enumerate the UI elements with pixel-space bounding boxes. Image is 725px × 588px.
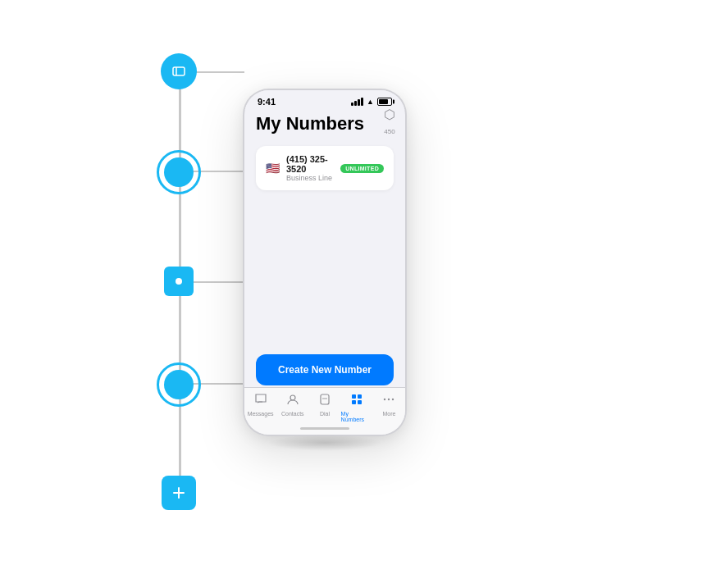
node-circle-2-inner: [164, 157, 194, 187]
svg-rect-4: [321, 394, 329, 404]
node-3: [164, 267, 194, 296]
svg-rect-11: [358, 400, 362, 404]
wifi-icon: ▲: [367, 98, 374, 106]
home-indicator: [300, 427, 349, 430]
number-item[interactable]: 🇺🇸 (415) 325-3520 Business Line UNLIMITE…: [256, 146, 394, 190]
svg-rect-8: [352, 394, 356, 399]
node-1: [161, 53, 197, 89]
svg-rect-0: [173, 67, 185, 75]
phone-frame: 9:41 ▲ ⬡ 450 My Numbers: [244, 90, 405, 435]
contacts-label: Contacts: [281, 411, 304, 417]
credits-area: ⬡ 450: [384, 107, 395, 137]
more-label: More: [382, 411, 395, 417]
node-2: [157, 150, 201, 194]
node-rect-3: [164, 267, 194, 296]
phone-shadow: [267, 435, 382, 451]
unlimited-badge: UNLIMITED: [340, 164, 384, 173]
node-4: [157, 362, 201, 407]
credits-count: 450: [384, 128, 394, 135]
messages-icon: [254, 393, 267, 409]
node-5: [162, 476, 196, 510]
svg-point-5: [322, 398, 324, 399]
node-circle-2: [157, 150, 201, 194]
svg-point-12: [384, 399, 385, 400]
page-title: My Numbers: [256, 110, 394, 134]
svg-point-7: [326, 398, 327, 399]
country-flag: 🇺🇸: [266, 162, 280, 175]
svg-point-2: [176, 278, 182, 285]
more-icon: [382, 393, 395, 409]
number-label-text: Business Line: [286, 174, 340, 182]
number-details: (415) 325-3520 Business Line: [286, 154, 340, 182]
svg-point-6: [324, 398, 326, 399]
tab-more[interactable]: More: [373, 393, 405, 417]
dial-icon: [318, 393, 331, 409]
node-circle-4: [157, 362, 201, 407]
node-rect-5: [162, 476, 196, 510]
tab-dial[interactable]: Dial: [308, 393, 340, 417]
credits-icon: ⬡: [384, 107, 395, 122]
tab-contacts[interactable]: Contacts: [276, 393, 308, 417]
phone-content: My Numbers 🇺🇸 (415) 325-3520 Business Li…: [244, 110, 405, 190]
dial-label: Dial: [320, 411, 330, 417]
my-numbers-icon: [350, 393, 363, 409]
phone-number-text: (415) 325-3520: [286, 154, 340, 174]
signal-bars: [351, 98, 363, 106]
node-circle-4-inner: [164, 370, 194, 399]
tab-messages[interactable]: Messages: [244, 393, 276, 417]
svg-rect-9: [358, 394, 362, 399]
svg-rect-10: [352, 400, 356, 404]
create-new-number-button[interactable]: Create New Number: [256, 354, 394, 385]
status-bar: 9:41 ▲: [244, 90, 405, 110]
svg-point-3: [290, 395, 295, 400]
svg-point-13: [388, 399, 390, 400]
my-numbers-label: My Numbers: [341, 411, 373, 422]
status-time: 9:41: [258, 97, 276, 107]
number-info: 🇺🇸 (415) 325-3520 Business Line: [266, 154, 340, 182]
battery-icon: [377, 98, 392, 106]
contacts-icon: [286, 393, 299, 409]
svg-point-14: [392, 399, 394, 400]
tab-my-numbers[interactable]: My Numbers: [341, 393, 373, 422]
status-icons: ▲: [351, 98, 392, 106]
node-circle-1: [161, 53, 197, 89]
phone-mockup: 9:41 ▲ ⬡ 450 My Numbers: [244, 90, 405, 435]
messages-label: Messages: [248, 411, 274, 417]
